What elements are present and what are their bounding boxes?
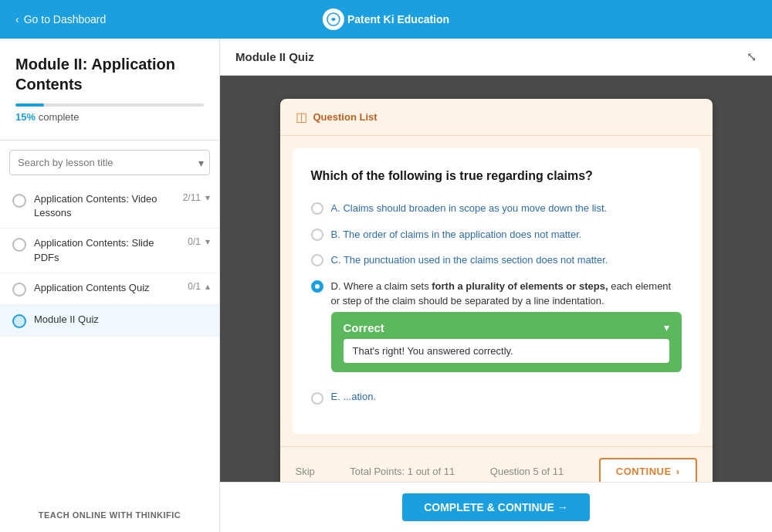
module-item-content-module-ii: Module II Quiz: [34, 313, 210, 327]
back-arrow-icon: ‹: [15, 13, 19, 25]
content-area: Module II Quiz ⤡ ◫ Question List Which o…: [220, 39, 772, 532]
complete-and-continue-button[interactable]: COMPLETE & CONTINUE →: [402, 493, 590, 521]
module-item-right-slide: 0/1 ▾: [188, 236, 210, 247]
expand-icon[interactable]: ⤡: [747, 49, 757, 64]
radio-d: [311, 280, 323, 293]
complete-label: COMPLETE & CONTINUE →: [424, 501, 568, 513]
correct-chevron-icon: ▾: [664, 321, 669, 334]
module-count-quiz: 0/1: [188, 281, 201, 292]
module-item-title-module-ii: Module II Quiz: [34, 313, 210, 327]
radio-b: [311, 229, 323, 241]
continue-label: CONTINUE: [616, 466, 672, 477]
module-count-slide: 0/1: [188, 236, 201, 247]
quiz-card: ◫ Question List Which of the following i…: [280, 99, 713, 482]
module-item-content-video: Application Contents: Video Lessons: [34, 192, 175, 220]
sidebar-footer: TEACH ONLINE WITH THINKIFIC: [0, 498, 219, 532]
module-item-right-quiz: 0/1 ▴: [188, 281, 210, 292]
option-text-c: C. The punctuation used in the claims se…: [331, 252, 608, 268]
search-container: Search by lesson title ▾: [0, 150, 219, 185]
module-circle-module-ii: [12, 314, 26, 328]
logo-text: Patent Ki Education: [347, 13, 449, 25]
module-item-content-quiz: Application Contents Quiz: [34, 281, 180, 295]
correct-label: Correct: [344, 321, 384, 334]
radio-c: [311, 254, 323, 266]
option-text-b: B. The order of claims in the applicatio…: [331, 227, 582, 242]
sidebar: Module II: Application Contents 15% comp…: [0, 39, 220, 532]
quiz-option-e[interactable]: E. ...ation.: [311, 391, 682, 405]
option-text-e: E. ...ation.: [331, 391, 377, 402]
continue-arrow-icon: ›: [676, 466, 680, 477]
sidebar-divider: [0, 140, 219, 141]
progress-bar-fill: [15, 103, 44, 107]
module-item-title-slide: Application Contents: Slide PDFs: [34, 236, 180, 264]
module-item-right-video: 2/11 ▾: [183, 192, 210, 203]
sidebar-module-title: Module II: Application Contents: [15, 54, 204, 94]
back-label: Go to Dashboard: [24, 13, 107, 25]
points-text: Total Points: 1 out of 11: [350, 466, 455, 477]
module-item-title-video: Application Contents: Video Lessons: [34, 192, 175, 220]
quiz-option-c[interactable]: C. The punctuation used in the claims se…: [311, 252, 682, 268]
content-header-title: Module II Quiz: [235, 50, 314, 63]
question-counter: Question 5 of 11: [490, 466, 564, 477]
module-chevron-quiz-icon: ▴: [205, 281, 210, 292]
quiz-option-d[interactable]: D. Where a claim sets forth a plurality …: [311, 279, 682, 380]
option-text-a: A. Claims should broaden in scope as you…: [331, 201, 608, 216]
module-chevron-slide-icon: ▾: [205, 236, 210, 247]
quiz-card-header: ◫ Question List: [280, 99, 713, 136]
progress-text: 15% complete: [15, 111, 204, 123]
logo: Patent Ki Education: [323, 8, 449, 30]
skip-link[interactable]: Skip: [296, 466, 315, 477]
back-to-dashboard-button[interactable]: ‹ Go to Dashboard: [15, 13, 106, 25]
quiz-question: Which of the following is true regarding…: [311, 167, 682, 185]
sidebar-header: Module II: Application Contents 15% comp…: [0, 39, 219, 130]
correct-message: That's right! You answered correctly.: [344, 339, 669, 363]
quiz-footer: Skip Total Points: 1 out of 11 Question …: [280, 446, 713, 483]
main-layout: Module II: Application Contents 15% comp…: [0, 39, 772, 532]
search-input[interactable]: Search by lesson title: [9, 150, 210, 175]
sidebar-item-quiz[interactable]: Application Contents Quiz 0/1 ▴: [0, 273, 219, 305]
sidebar-item-slide-pdfs[interactable]: Application Contents: Slide PDFs 0/1 ▾: [0, 229, 219, 273]
module-circle-quiz: [12, 283, 26, 296]
question-list-label: Question List: [313, 111, 378, 123]
top-navigation: ‹ Go to Dashboard Patent Ki Education: [0, 0, 772, 39]
logo-icon: [323, 8, 344, 30]
quiz-content-box: Which of the following is true regarding…: [293, 148, 700, 434]
option-text-d: D. Where a claim sets forth a plurality …: [331, 279, 682, 309]
progress-percent: 15%: [15, 111, 36, 123]
footer-prefix: TEACH ONLINE WITH: [39, 510, 133, 520]
module-circle-slide: [12, 238, 26, 252]
sidebar-item-video-lessons[interactable]: Application Contents: Video Lessons 2/11…: [0, 185, 219, 229]
radio-e: [311, 392, 323, 405]
progress-suffix: complete: [39, 111, 80, 123]
footer-brand: THINKIFIC: [135, 510, 181, 520]
quiz-option-b[interactable]: B. The order of claims in the applicatio…: [311, 227, 682, 242]
sidebar-item-module-ii-quiz[interactable]: Module II Quiz: [0, 305, 219, 337]
bottom-bar: COMPLETE & CONTINUE →: [220, 482, 772, 532]
question-list-icon: ◫: [296, 110, 307, 124]
quiz-option-a[interactable]: A. Claims should broaden in scope as you…: [311, 201, 682, 216]
module-item-content-slide: Application Contents: Slide PDFs: [34, 236, 180, 264]
module-count-video: 2/11: [183, 192, 201, 203]
radio-a: [311, 202, 323, 215]
continue-button[interactable]: CONTINUE ›: [599, 458, 697, 483]
progress-bar-container: [15, 103, 204, 107]
quiz-wrapper: ◫ Question List Which of the following i…: [220, 76, 772, 482]
correct-answer-popup: Correct ▾ That's right! You answered cor…: [331, 312, 682, 372]
content-header: Module II Quiz ⤡: [220, 39, 772, 76]
search-box-wrapper: Search by lesson title ▾: [9, 150, 210, 175]
module-circle-video: [12, 194, 26, 208]
module-chevron-video-icon: ▾: [205, 192, 210, 203]
correct-header: Correct ▾: [344, 321, 669, 334]
module-item-title-quiz: Application Contents Quiz: [34, 281, 180, 295]
